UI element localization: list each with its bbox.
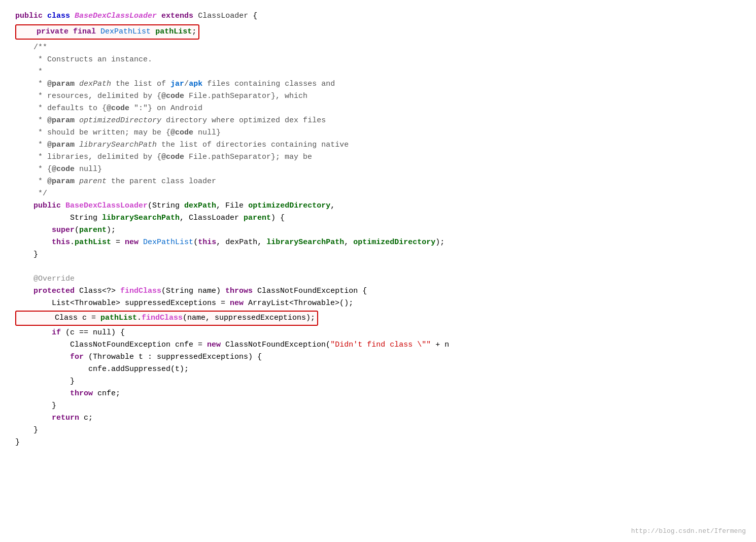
watermark: http://blog.csdn.net/Ifermeng (631, 526, 746, 537)
class-declaration-line: public class BaseDexClassLoader extends … (15, 10, 741, 22)
findclass-sig: protected Class<?> findClass(String name… (15, 285, 741, 297)
highlighted-field: private final DexPathList pathList; (15, 24, 199, 40)
constructor-sig-line2: String librarySearchPath, ClassLoader pa… (15, 212, 741, 224)
list-suppressed: List<Throwable> suppressedExceptions = n… (15, 297, 741, 310)
this-pathlist-assign: this.pathList = new DexPathList(this, de… (15, 236, 741, 249)
javadoc-param-libpath: * @param librarySearchPath the list of d… (15, 139, 741, 151)
javadoc-param-optdir: * @param optimizedDirectory directory wh… (15, 115, 741, 127)
throw-cnfe: throw cnfe; (15, 388, 741, 400)
javadoc-constructs: * Constructs an instance. (15, 54, 741, 66)
highlighted-class-line: Class c = pathList.findClass(name, suppr… (15, 311, 318, 326)
javadoc-blank1: * (15, 66, 741, 78)
return-c: return c; (15, 412, 741, 424)
javadoc-libraries: * libraries, delimited by {@code File.pa… (15, 151, 741, 163)
javadoc-param-dexpath: * @param dexPath the list of jar/apk fil… (15, 78, 741, 90)
javadoc-resources: * resources, delimited by {@code File.pa… (15, 90, 741, 103)
javadoc-param-parent: * @param parent the parent class loader (15, 176, 741, 188)
javadoc-should-be: * should be written; may be {@code null} (15, 127, 741, 139)
super-call: super(parent); (15, 224, 741, 236)
findclass-close: } (15, 424, 741, 436)
constructor-sig-line1: public BaseDexClassLoader(String dexPath… (15, 200, 741, 212)
javadoc-close: */ (15, 188, 741, 200)
for-throwable: for (Throwable t : suppressedExceptions)… (15, 351, 741, 363)
if-null-check: if (c == null) { (15, 327, 741, 339)
cnfe-creation: ClassNotFoundException cnfe = new ClassN… (15, 339, 741, 351)
javadoc-open: /** (15, 42, 741, 54)
constructor-close: } (15, 249, 741, 261)
javadoc-defaults: * defaults to {@code ":"} on Android (15, 103, 741, 115)
close-for-brace: } (15, 376, 741, 388)
blank-line-1 (15, 261, 741, 273)
class-close: } (15, 436, 741, 449)
add-suppressed: cnfe.addSuppressed(t); (15, 363, 741, 376)
javadoc-code-null: * {@code null} (15, 163, 741, 176)
code-viewer: public class BaseDexClassLoader extends … (15, 10, 741, 449)
override-annotation: @Override (15, 273, 741, 285)
close-if-brace: } (15, 400, 741, 412)
